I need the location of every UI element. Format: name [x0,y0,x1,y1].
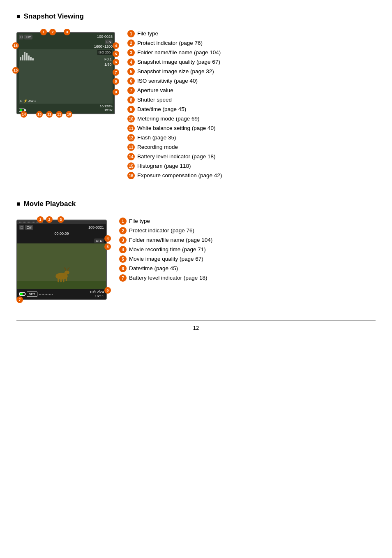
wb-icon: AWB [28,99,36,103]
movie-callout-6: 6 [119,265,127,272]
movie-marker-1: 1 [37,216,44,223]
callout-5: 5 [127,68,135,75]
movie-image-area [17,243,106,289]
movie-item-1: 1 File type [119,218,212,225]
marker-8: 8 [113,78,119,85]
snap-datetime: 10/12/24 15:37 [100,104,113,112]
snapshot-section-block: □ Cm 100-0028 FN 1600×1200 ISO 200 [16,28,376,179]
item-7-text: Aperture value [137,87,173,94]
movie-callout-4: 4 [119,246,127,253]
item-5-text: Snapshot image size (page 32) [137,68,214,75]
item-15-text: Histogram (page 118) [137,162,191,170]
movie-bottom-bar: SET ▪▪▪▪▪▪▪▪▪▪ 10/12/24 16:11 [17,289,106,299]
snap-shutter: 1/60 [104,62,112,67]
marker-14: 14 [21,111,27,118]
movie-item-5: 5 Movie image quality (page 67) [119,255,212,263]
movie-set-badge: SET [27,292,37,297]
movie-item-1-text: File type [129,218,150,225]
svg-line-7 [65,268,66,271]
snapshot-item-2: 2 Protect indicator (page 76) [127,39,222,47]
hist-bar-2 [22,55,23,60]
movie-top-bar: □ Cm 105-0321 [17,224,106,231]
movie-item-3-text: Folder name/file name (page 104) [129,236,212,244]
snapshot-item-5: 5 Snapshot image size (page 32) [127,68,222,75]
snap-iso: ISO 200 [97,50,112,55]
callout-7: 7 [127,87,135,94]
snap-image-area: ISO 200 F8.1 1/60 ⊙ ⚡ AWB [19,49,113,104]
svg-rect-6 [66,278,67,281]
movie-item-6: 6 Date/time (page 45) [119,265,212,272]
svg-rect-2 [65,272,67,276]
movie-datetime: 10/12/24 16:11 [90,290,104,298]
snapshot-screen-wrapper: □ Cm 100-0028 FN 1600×1200 ISO 200 [16,32,115,114]
snapshot-item-6: 6 ISO sensitivity (page 40) [127,77,222,85]
snap-aperture: F8.1 [104,57,112,62]
movie-callout-2: 2 [119,227,127,234]
movie-progress-dots: ▪▪▪▪▪▪▪▪▪▪ [39,293,53,296]
marker-3: 3 [64,29,70,35]
movie-screen-wrapper: ▪▪▪▪▪▪▪▪▪▪▪▪▪▪▪▪▪▪▪ □ Cm 105-0321 00:00:… [16,220,107,300]
quality-icon: FN [105,39,113,44]
movie-file-type-icon: □ [19,225,24,230]
hist-bar-7 [32,58,34,60]
flash-icon: ⚡ [23,99,28,103]
item-3-text: Folder name/file name (page 104) [137,49,221,56]
hist-bar-5 [28,56,30,60]
movie-timecode: 00:00:09 [17,231,106,236]
callout-8: 8 [127,96,135,104]
movie-top-icons: □ Cm [19,225,33,230]
movie-items-list: 1 File type 2 Protect indicator (page 76… [119,215,212,282]
marker-10: 10 [66,111,72,118]
snapshot-item-10: 10 Metering mode (page 69) [127,115,222,123]
marker-5: 5 [113,51,119,57]
item-6-text: ISO sensitivity (page 40) [137,77,198,85]
marker-16: 16 [12,42,19,49]
snap-icons-left: □ Cm [19,35,32,39]
marker-11: 11 [56,111,62,118]
callout-13: 13 [127,144,135,151]
item-13-text: Recording mode [137,144,178,151]
snapshot-display: □ Cm 100-0028 FN 1600×1200 ISO 200 [17,33,114,113]
movie-battery-icon [19,292,25,296]
movie-item-5-text: Movie image quality (page 67) [129,255,203,263]
movie-item-6-text: Date/time (page 45) [129,265,178,272]
marker-15: 15 [12,67,19,74]
snap-bottom-bar: 10/12/24 15:37 [19,104,113,112]
movie-std-row: STD [17,236,106,243]
snapshot-item-16: 16 Exposure compensation (page 42) [127,172,222,179]
marker-6: 6 [113,59,119,65]
snapshot-item-3: 3 Folder name/file name (page 104) [127,49,222,56]
callout-15: 15 [127,162,135,170]
movie-callout-3: 3 [119,236,127,244]
item-8-text: Shutter speed [137,96,172,104]
snapshot-item-4: 4 Snapshot image quality (page 67) [127,58,222,66]
page-number: 12 [16,325,376,331]
snap-file-number: 100-0028 [97,35,113,39]
item-9-text: Date/time (page 45) [137,106,186,113]
movie-item-4-text: Movie recording time (page 71) [129,246,206,253]
metering-icon: ⊙ [20,99,23,103]
item-16-text: Exposure compensation (page 42) [137,172,222,179]
movie-section-title: Movie Playback [16,200,376,208]
movie-protect-icon: Cm [25,225,33,230]
item-11-text: White balance setting (page 40) [137,125,216,132]
snap-quality-row: FN [19,39,113,44]
callout-1: 1 [127,30,135,37]
snapshot-item-9: 9 Date/time (page 45) [127,106,222,113]
movie-item-2: 2 Protect indicator (page 76) [119,227,212,234]
hist-bar-6 [30,57,32,60]
snap-bottom-icons: ⊙ ⚡ AWB [20,99,36,103]
movie-callout-1: 1 [119,218,127,225]
svg-rect-4 [60,279,62,282]
movie-item-4: 4 Movie recording time (page 71) [119,246,212,253]
callout-11: 11 [127,125,135,132]
movie-display: ▪▪▪▪▪▪▪▪▪▪▪▪▪▪▪▪▪▪▪ □ Cm 105-0321 00:00:… [17,220,106,299]
movie-marker-7: 7 [16,296,23,303]
marker-4: 4 [113,42,119,49]
deer-svg [51,264,72,283]
callout-14: 14 [127,153,135,160]
movie-callout-5: 5 [119,255,127,263]
movie-section-block: ▪▪▪▪▪▪▪▪▪▪▪▪▪▪▪▪▪▪▪ □ Cm 105-0321 00:00:… [16,215,376,300]
snapshot-item-14: 14 Battery level indicator (page 18) [127,153,222,160]
marker-2: 2 [49,29,56,35]
